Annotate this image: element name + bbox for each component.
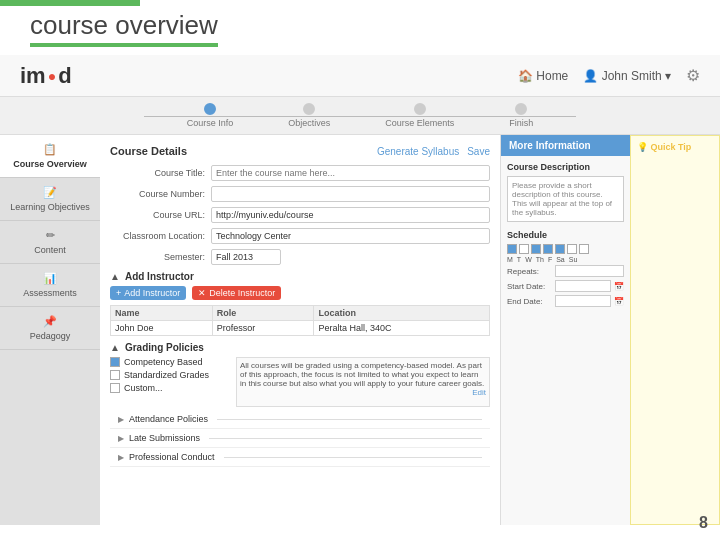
- page-number: 8: [699, 514, 708, 532]
- instructor-name: John Doe: [111, 321, 213, 336]
- field-classroom-location: Classroom Location:: [110, 228, 490, 244]
- start-date-input[interactable]: [555, 280, 611, 292]
- day-m: M: [507, 256, 513, 263]
- form-header: Course Details Generate Syllabus Save: [110, 145, 490, 157]
- brand-dot: ●: [48, 68, 56, 84]
- tab-pedagogy[interactable]: 📌 Pedagogy: [0, 307, 100, 350]
- tab-content-label: Content: [34, 245, 66, 255]
- delete-instructor-label: Delete Instructor: [209, 288, 275, 298]
- late-label: Late Submissions: [129, 433, 200, 443]
- classroom-input[interactable]: [211, 228, 490, 244]
- step-circle-4: [515, 103, 527, 115]
- quick-tip-panel: 💡 Quick Tip: [630, 135, 720, 525]
- home-link[interactable]: 🏠 Home: [518, 69, 568, 83]
- attendance-policy[interactable]: ▶ Attendance Policies: [110, 410, 490, 429]
- custom-label: Custom...: [124, 383, 163, 393]
- edit-grading-link[interactable]: Edit: [240, 388, 486, 397]
- late-submissions-policy[interactable]: ▶ Late Submissions: [110, 429, 490, 448]
- tab-learning-objectives[interactable]: 📝 Learning Objectives: [0, 178, 100, 221]
- grading-options: Competency Based Standardized Grades Cus…: [110, 357, 230, 396]
- green-accent-bar: [0, 0, 140, 6]
- repeats-input[interactable]: [555, 265, 624, 277]
- checkbox-custom[interactable]: [110, 383, 120, 393]
- start-date-label: Start Date:: [507, 282, 552, 291]
- day-f: F: [548, 256, 552, 263]
- col-name: Name: [111, 306, 213, 321]
- course-description-box[interactable]: Please provide a short description of th…: [507, 176, 624, 222]
- main-content: 📋 Course Overview 📝 Learning Objectives …: [0, 135, 720, 525]
- field-course-number: Course Number:: [110, 186, 490, 202]
- semester-input[interactable]: [211, 249, 281, 265]
- add-instructor-button[interactable]: + Add Instructor: [110, 286, 186, 300]
- step-label-2: Objectives: [288, 118, 330, 128]
- tab-content[interactable]: ✏ Content: [0, 221, 100, 264]
- course-title-label: Course Title:: [110, 168, 205, 178]
- add-instructor-label: Add Instructor: [124, 288, 180, 298]
- assessments-icon: 📊: [43, 272, 57, 285]
- grading-heading: Grading Policies: [125, 342, 204, 353]
- learning-obj-icon: 📝: [43, 186, 57, 199]
- content-icon: ✏: [46, 229, 55, 242]
- brand-logo: im ● d: [20, 63, 72, 89]
- instructor-table: Name Role Location John Doe Professor Pe…: [110, 305, 490, 336]
- grading-desc-text: All courses will be graded using a compe…: [240, 361, 484, 388]
- course-description-title: Course Description: [507, 162, 624, 172]
- course-url-input[interactable]: [211, 207, 490, 223]
- tab-pedagogy-label: Pedagogy: [30, 331, 71, 341]
- form-actions: Generate Syllabus Save: [377, 146, 490, 157]
- end-date-label: End Date:: [507, 297, 552, 306]
- col-location: Location: [314, 306, 490, 321]
- conduct-label: Professional Conduct: [129, 452, 215, 462]
- course-number-input[interactable]: [211, 186, 490, 202]
- navbar-right: 🏠 Home 👤 John Smith ▾ ⚙: [518, 66, 700, 85]
- course-title-input[interactable]: [211, 165, 490, 181]
- attendance-label: Attendance Policies: [129, 414, 208, 424]
- col-role: Role: [212, 306, 314, 321]
- late-arrow: ▶: [118, 434, 124, 443]
- standardized-label: Standardized Grades: [124, 370, 209, 380]
- tab-course-overview[interactable]: 📋 Course Overview: [0, 135, 100, 178]
- gear-icon[interactable]: ⚙: [686, 66, 700, 85]
- save-link[interactable]: Save: [467, 146, 490, 157]
- end-date-field: End Date: 📅: [507, 295, 624, 307]
- day-su: Su: [569, 256, 578, 263]
- day-m-check[interactable]: [507, 244, 517, 254]
- center-panel: Course Details Generate Syllabus Save Co…: [100, 135, 500, 525]
- more-info-body: Course Description Please provide a shor…: [501, 156, 630, 525]
- delete-instructor-button[interactable]: ✕ Delete Instructor: [192, 286, 281, 300]
- quick-tip-title: 💡 Quick Tip: [637, 142, 713, 152]
- end-cal-icon: 📅: [614, 297, 624, 306]
- side-tabs: 📋 Course Overview 📝 Learning Objectives …: [0, 135, 100, 525]
- user-menu[interactable]: 👤 John Smith ▾: [583, 69, 671, 83]
- field-course-url: Course URL:: [110, 207, 490, 223]
- field-semester: Semester:: [110, 249, 490, 265]
- professional-conduct-policy[interactable]: ▶ Professional Conduct: [110, 448, 490, 467]
- step-label-3: Course Elements: [385, 118, 454, 128]
- field-course-title: Course Title:: [110, 165, 490, 181]
- day-w-check[interactable]: [531, 244, 541, 254]
- day-th-check[interactable]: [543, 244, 553, 254]
- checkbox-standardized[interactable]: [110, 370, 120, 380]
- checkbox-competency[interactable]: [110, 357, 120, 367]
- day-t-check[interactable]: [519, 244, 529, 254]
- start-cal-icon: 📅: [614, 282, 624, 291]
- pedagogy-icon: 📌: [43, 315, 57, 328]
- grading-item-custom: Custom...: [110, 383, 230, 393]
- add-instructor-heading: Add Instructor: [125, 271, 194, 282]
- delete-icon: ✕: [198, 288, 206, 298]
- quick-tip-content: [637, 156, 713, 216]
- day-su-check[interactable]: [579, 244, 589, 254]
- grading-toggle[interactable]: ▲: [110, 342, 120, 353]
- grading-description: All courses will be graded using a compe…: [236, 357, 490, 407]
- day-t: T: [517, 256, 521, 263]
- add-instructor-header: ▲ Add Instructor: [110, 271, 490, 282]
- generate-syllabus-link[interactable]: Generate Syllabus: [377, 146, 459, 157]
- end-date-input[interactable]: [555, 295, 611, 307]
- page-title: course overview: [30, 10, 218, 47]
- day-f-check[interactable]: [555, 244, 565, 254]
- instructor-row: John Doe Professor Peralta Hall, 340C: [111, 321, 490, 336]
- tab-assessments[interactable]: 📊 Assessments: [0, 264, 100, 307]
- day-sa-check[interactable]: [567, 244, 577, 254]
- instructor-toggle[interactable]: ▲: [110, 271, 120, 282]
- repeats-field: Repeats:: [507, 265, 624, 277]
